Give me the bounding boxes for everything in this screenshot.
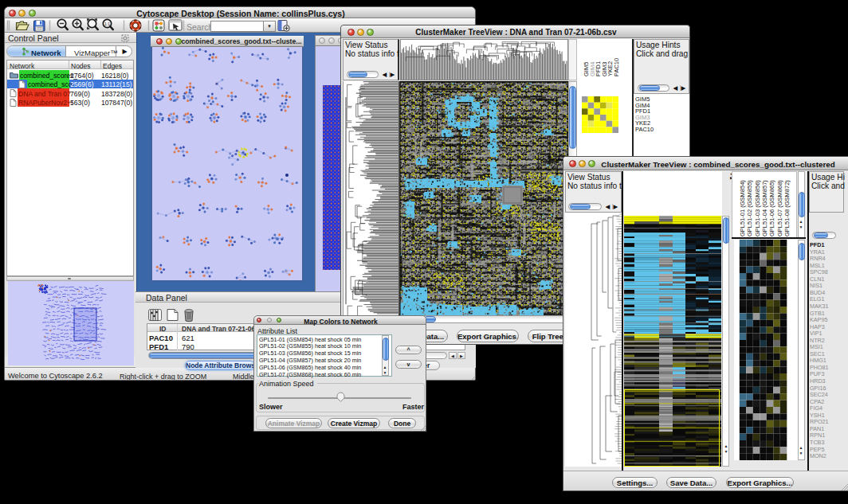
svg-text:1:1: 1:1 [104,21,110,26]
